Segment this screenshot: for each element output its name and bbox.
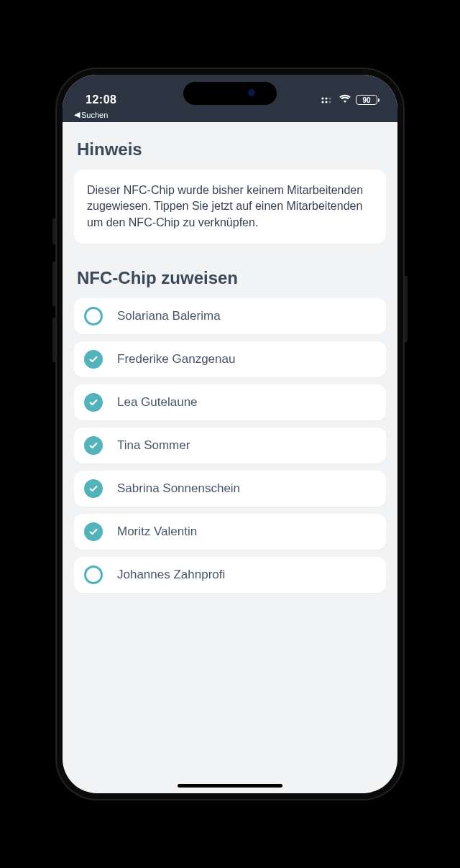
- radio-checked-icon: [84, 436, 103, 455]
- employee-item[interactable]: Tina Sommer: [74, 428, 386, 463]
- status-time: 12:08: [86, 93, 116, 106]
- back-to-search[interactable]: ◀ Suchen: [74, 110, 108, 119]
- battery-level: 90: [362, 96, 370, 104]
- svg-point-3: [325, 97, 327, 99]
- employee-item[interactable]: Frederike Ganzgenau: [74, 341, 386, 377]
- side-button: [52, 318, 55, 362]
- radio-checked-icon: [84, 522, 103, 541]
- employee-name: Lea Gutelaune: [117, 395, 198, 410]
- employee-name: Frederike Ganzgenau: [117, 352, 235, 366]
- employee-item[interactable]: Johannes Zahnprofi: [74, 557, 386, 593]
- radio-checked-icon: [84, 350, 103, 369]
- radio-empty-icon: [84, 307, 103, 326]
- svg-point-2: [321, 97, 323, 99]
- home-indicator[interactable]: [178, 784, 282, 788]
- hint-title: Hinweis: [77, 139, 383, 160]
- radio-empty-icon: [84, 565, 103, 584]
- employee-name: Tina Sommer: [117, 438, 190, 453]
- status-bar-area: 12:08: [63, 75, 397, 122]
- wifi-icon: [339, 93, 351, 106]
- back-label: Suchen: [81, 111, 108, 119]
- employee-item[interactable]: Moritz Valentin: [74, 514, 386, 550]
- svg-point-0: [321, 101, 323, 103]
- phone-frame: 12:08: [55, 68, 405, 800]
- employee-item[interactable]: Solariana Balerima: [74, 298, 386, 334]
- battery-icon: 90: [356, 95, 377, 105]
- side-button: [405, 276, 408, 342]
- side-button: [52, 218, 55, 244]
- employee-name: Johannes Zahnprofi: [117, 568, 225, 582]
- radio-checked-icon: [84, 479, 103, 498]
- status-indicators: 90: [321, 93, 377, 106]
- hint-body: Dieser NFC-Chip wurde bisher keinem Mita…: [87, 184, 363, 228]
- employee-item[interactable]: Lea Gutelaune: [74, 384, 386, 420]
- assign-title: NFC-Chip zuweisen: [77, 268, 383, 288]
- cellular-icon: [321, 93, 334, 106]
- chevron-left-icon: ◀: [74, 110, 80, 119]
- radio-checked-icon: [84, 393, 103, 412]
- phone-screen: 12:08: [63, 75, 397, 793]
- employee-name: Sabrina Sonnenschein: [117, 481, 240, 496]
- employee-name: Solariana Balerima: [117, 309, 221, 323]
- hint-card: Dieser NFC-Chip wurde bisher keinem Mita…: [74, 170, 386, 244]
- side-button: [52, 262, 55, 306]
- employee-item[interactable]: Sabrina Sonnenschein: [74, 471, 386, 507]
- employee-name: Moritz Valentin: [117, 525, 197, 539]
- svg-point-1: [325, 101, 327, 103]
- employee-list: Solariana BalerimaFrederike GanzgenauLea…: [74, 298, 386, 593]
- svg-point-5: [328, 97, 331, 99]
- svg-point-4: [328, 101, 331, 103]
- content-area: Hinweis Dieser NFC-Chip wurde bisher kei…: [63, 122, 397, 593]
- dynamic-island: [183, 82, 277, 105]
